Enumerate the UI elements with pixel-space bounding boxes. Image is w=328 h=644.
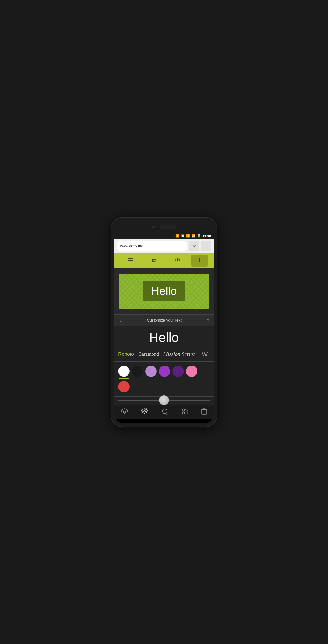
color-swatch-red-wrapper — [118, 381, 130, 394]
canvas-text: Hello — [151, 285, 177, 297]
size-slider-thumb[interactable] — [159, 395, 169, 405]
recents-button[interactable]: ▭ — [194, 422, 200, 423]
panel-close-btn[interactable]: ✕ — [206, 318, 210, 323]
delete-tool-icon — [201, 408, 207, 417]
svg-point-9 — [185, 409, 187, 411]
font-selector[interactable]: Roboto Garamond Mission Script W — [114, 347, 214, 361]
android-nav-bar: ← ⌂ ▭ — [114, 419, 214, 423]
svg-point-8 — [182, 409, 185, 411]
color-swatch-white-wrapper — [118, 366, 130, 379]
canvas-preview[interactable]: Hello — [119, 274, 209, 309]
signal-icon: 📶 — [192, 234, 195, 238]
font-garamond[interactable]: Garamond — [138, 350, 159, 358]
panel-collapse-btn[interactable]: ⌄ — [118, 317, 122, 323]
svg-point-10 — [182, 412, 185, 414]
alarm-icon: ⏰ — [181, 234, 185, 238]
color-swatch-white[interactable] — [118, 366, 130, 377]
svg-point-3 — [124, 413, 125, 414]
url-bar[interactable]: www.adsy.me — [117, 241, 187, 251]
tab-count-btn[interactable]: 12 — [189, 241, 199, 251]
color-swatch-black[interactable] — [132, 366, 143, 377]
size-slider-track[interactable] — [118, 400, 210, 401]
effects-tool-btn[interactable] — [139, 406, 150, 418]
effects-tool-icon — [141, 408, 148, 417]
phone-screen: 📶 ⏰ 📶 📶 🔋 16:09 www.adsy.me 12 ⋮ ☰ — [114, 221, 214, 423]
clock: 16:09 — [202, 234, 211, 238]
url-text: www.adsy.me — [120, 244, 143, 248]
home-icon: ⌂ — [162, 422, 166, 423]
bottom-toolbar — [114, 405, 214, 419]
back-button[interactable]: ← — [128, 422, 134, 423]
phone-hardware-top — [114, 221, 214, 233]
back-icon: ← — [128, 422, 134, 423]
svg-point-6 — [145, 408, 147, 410]
color-palette — [114, 362, 214, 396]
color-swatch-dark-purple[interactable] — [172, 366, 184, 377]
color-swatch-lavender[interactable] — [145, 366, 157, 377]
front-camera — [152, 226, 155, 228]
upload-icon: ⬆ — [197, 257, 202, 264]
upload-button[interactable]: ⬆ — [191, 255, 208, 267]
layers-icon: ⧉ — [152, 257, 156, 264]
font-more[interactable]: W — [199, 350, 208, 359]
speaker — [160, 225, 176, 229]
color-swatch-red[interactable] — [118, 381, 130, 392]
canvas-area: Hello — [114, 268, 214, 314]
battery-icon: 🔋 — [197, 234, 201, 238]
color-swatch-black-wrapper — [132, 366, 143, 379]
wifi-icon: 📶 — [186, 234, 190, 238]
canvas-text-box[interactable]: Hello — [143, 281, 185, 301]
preview-button[interactable]: 👁 — [166, 253, 190, 268]
browser-bar: www.adsy.me 12 ⋮ — [114, 239, 214, 253]
layers-tool-btn[interactable] — [118, 406, 130, 418]
svg-marker-0 — [121, 409, 128, 412]
svg-line-7 — [165, 413, 167, 415]
hamburger-icon: ☰ — [128, 257, 133, 264]
text-preview-value: Hello — [149, 330, 179, 345]
bluetooth-icon: 📶 — [175, 234, 179, 238]
color-swatch-purple[interactable] — [159, 366, 170, 377]
slider-area — [114, 397, 214, 405]
status-bar: 📶 ⏰ 📶 📶 🔋 16:09 — [114, 233, 214, 239]
delete-tool-btn[interactable] — [199, 406, 210, 418]
browser-menu-icon: ⋮ — [204, 244, 208, 248]
color-swatch-pink-wrapper — [186, 366, 197, 379]
color-swatch-purple-wrapper — [159, 366, 170, 379]
app-toolbar: ☰ ⧉ 👁 ⬆ — [114, 253, 214, 268]
phone-device: 📶 ⏰ 📶 📶 🔋 16:09 www.adsy.me 12 ⋮ ☰ — [111, 218, 217, 427]
color-swatch-lavender-wrapper — [145, 366, 157, 379]
menu-button[interactable]: ☰ — [119, 253, 142, 268]
animation-tool-icon — [161, 408, 168, 417]
swatch-indicator-white — [119, 378, 129, 379]
tab-count-label: 12 — [192, 244, 196, 248]
color-swatch-pink[interactable] — [186, 366, 197, 377]
animation-tool-btn[interactable] — [159, 406, 171, 418]
color-swatch-dark-purple-wrapper — [172, 366, 184, 379]
font-mission-script[interactable]: Mission Script — [163, 350, 195, 358]
eye-icon: 👁 — [175, 257, 181, 264]
panel-title: Customize Your Text — [122, 318, 206, 322]
sticker-tool-icon — [181, 408, 188, 417]
recents-icon: ▭ — [194, 422, 200, 423]
svg-point-11 — [185, 412, 187, 414]
sticker-tool-btn[interactable] — [179, 406, 191, 418]
browser-menu-btn[interactable]: ⋮ — [201, 241, 211, 251]
layers-tool-icon — [121, 408, 128, 417]
layers-button[interactable]: ⧉ — [142, 253, 166, 268]
font-roboto[interactable]: Roboto — [118, 350, 134, 358]
text-preview-area: Hello — [114, 326, 214, 347]
panel-header: ⌄ Customize Your Text ✕ — [114, 314, 214, 326]
home-button[interactable]: ⌂ — [162, 422, 166, 423]
